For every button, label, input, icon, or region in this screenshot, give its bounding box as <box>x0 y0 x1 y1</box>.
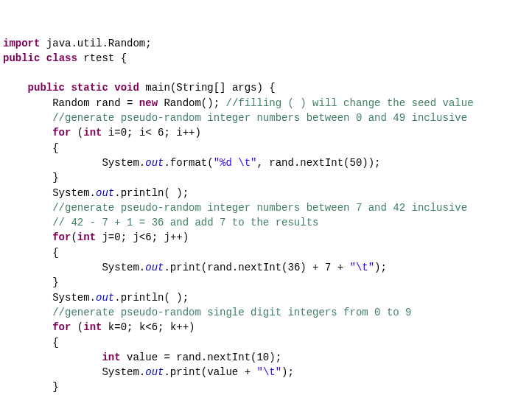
keyword-import: import <box>3 38 40 49</box>
for-j-cond: j=0; j<6; j++) <box>96 231 189 243</box>
rand-decl-lhs: Random rand = <box>3 97 139 109</box>
out-field: out <box>145 157 164 169</box>
for-k-cond: k=0; k<6; k++) <box>102 321 195 333</box>
sys-out-prefix: System. <box>3 366 145 378</box>
println-call: .println( ); <box>114 187 189 199</box>
keyword-class: class <box>46 52 77 64</box>
comment-calc: // 42 - 7 + 1 = 36 and add 7 to the resu… <box>3 217 318 228</box>
out-field: out <box>96 187 114 199</box>
class-decl: rtest { <box>77 52 127 64</box>
brace-close: } <box>3 276 59 288</box>
for-i-cond: i=0; i< 6; i++) <box>102 127 200 139</box>
comment-gen-7-42: //generate pseudo-random integer numbers… <box>3 202 467 214</box>
keyword-static: static <box>71 82 108 94</box>
val-decl-pre <box>3 352 102 363</box>
sys-out-prefix: System. <box>3 187 96 199</box>
keyword-for: for <box>52 127 71 139</box>
keyword-for: for <box>52 231 71 243</box>
keyword-int: int <box>77 231 96 243</box>
string-fmt: "%d \t" <box>214 157 257 169</box>
string-tab: "\t" <box>256 366 281 378</box>
print-call: .print(rand.nextInt(36) + 7 + <box>164 262 349 273</box>
for-i-open: ( <box>71 127 83 139</box>
for-k-open: ( <box>71 321 83 333</box>
format-call: .format( <box>164 157 213 169</box>
comment-seed: //filling ( ) will change the seed value <box>225 97 473 109</box>
keyword-int: int <box>102 352 120 363</box>
keyword-int: int <box>83 321 102 333</box>
print-end: ); <box>281 366 294 378</box>
brace-open: { <box>3 337 59 349</box>
out-field: out <box>145 366 164 378</box>
keyword-for: for <box>52 321 71 333</box>
sys-out-prefix: System. <box>3 262 145 273</box>
string-tab: "\t" <box>350 262 375 273</box>
out-field: out <box>96 292 114 304</box>
sys-out-prefix: System. <box>3 157 145 169</box>
main-sig: main(String[] args) { <box>139 82 276 94</box>
keyword-int: int <box>83 127 102 139</box>
for-j-open: ( <box>71 231 77 243</box>
keyword-public: public <box>28 82 65 94</box>
code-block: import java.util.Random; public class rt… <box>3 36 529 395</box>
keyword-new: new <box>139 97 158 109</box>
brace-open: { <box>3 247 59 259</box>
format-args: , rand.nextInt(50)); <box>256 157 380 169</box>
out-field: out <box>145 262 164 273</box>
val-decl-post: value = rand.nextInt(10); <box>121 352 281 363</box>
brace-close: } <box>3 172 59 183</box>
println-call: .println( ); <box>114 292 189 304</box>
print-call: .print(value + <box>164 366 256 378</box>
comment-gen-0-49: //generate pseudo-random integer numbers… <box>3 112 467 124</box>
brace-open: { <box>3 142 59 154</box>
rand-decl-rhs: Random(); <box>158 97 225 109</box>
keyword-public: public <box>3 52 40 64</box>
print-end: ); <box>374 262 387 273</box>
brace-close: } <box>3 381 59 393</box>
sys-out-prefix: System. <box>3 292 96 304</box>
import-decl: java.util.Random; <box>40 38 151 49</box>
comment-gen-0-9: //generate pseudo-random single digit in… <box>3 307 412 318</box>
keyword-void: void <box>114 82 139 94</box>
